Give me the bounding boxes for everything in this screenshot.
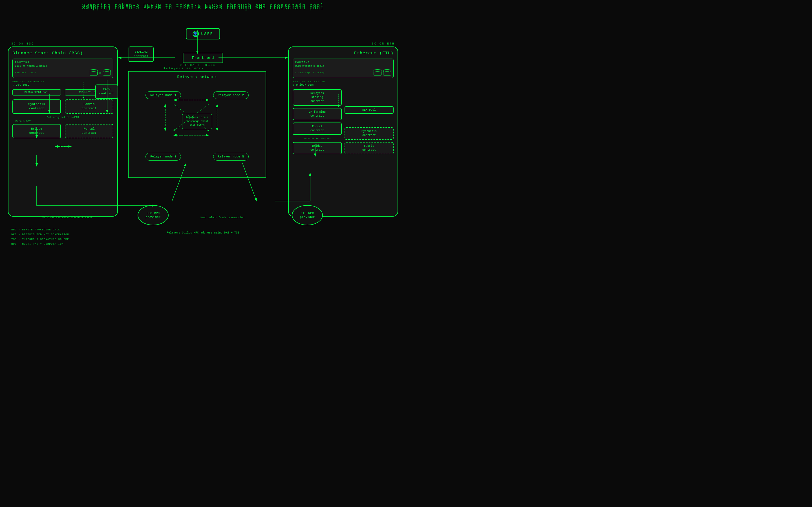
bsc-bridge-contract: Bridgecontract: [12, 124, 61, 138]
offchain-label: OFFCHAIN LOGIC: [180, 64, 215, 67]
eth-container: Ethereum (ETH) ROUTING USDT<>token-B poo…: [288, 47, 398, 217]
eth-bridge-contract: Bridgecontract: [293, 142, 342, 154]
bsc-portal-contract: Portalcontract: [65, 124, 113, 138]
send-unlock-label: Send unlock funds transaction: [200, 216, 245, 219]
consensus-box: Relayers form aconsensus aboutthis event: [182, 114, 212, 129]
eth-dex-pool: DEX Pool: [345, 106, 394, 114]
bsc-synthesis-contract: Synthesiscontract: [12, 100, 61, 114]
page-title: Swapping token-A BEP20 to token-B ERC20 …: [82, 3, 324, 8]
sc-bsc-label: SC ON BSC: [11, 42, 34, 45]
offchain-logic-label: Relayers network: [163, 67, 204, 70]
bsc-container: Binance Smart Chain (BSC) ROUTING BUSD <…: [8, 47, 118, 217]
legend: RPC - REMOTE PROCEDURE CALL DKG - DISTRI…: [11, 228, 69, 247]
mpc-note: Relayers builds MPC address using DKG + …: [167, 231, 239, 234]
frontend-box: Front-end: [183, 53, 223, 63]
bsc-title: Binance Smart Chain (BSC): [12, 51, 113, 56]
bsc-rpc-provider: BSC RPCprovider: [138, 205, 168, 225]
eth-rpc-provider: ETH RPCprovider: [292, 205, 323, 225]
bsc-fabric-contract: Fabriccontract: [65, 100, 113, 114]
eth-relayers-staking: Relayersstakingcontract: [293, 89, 342, 106]
user-box: 👤 USER: [186, 28, 220, 40]
user-icon: 👤: [193, 31, 199, 37]
eth-portal-contract: Portalcontract: [293, 122, 342, 135]
offchain-container: Relayers network Relayer node 1 Relayer …: [128, 71, 266, 178]
farm-contract: FARMcontract: [95, 84, 118, 99]
sc-eth-label: SC ON ETH: [372, 42, 395, 45]
relayer-node-2: Relayer node 2: [213, 91, 249, 99]
relayer-node-3: Relayer node 3: [146, 153, 181, 161]
eth-routing-box: ROUTING USDT<>token-B pools Sushiswap Un…: [293, 59, 394, 78]
bsc-pool1: BUSD<>sUSDT pool: [12, 89, 61, 96]
eth-lp-farming: LP farmingcontract: [293, 108, 342, 120]
bsc-routing-box: ROUTING BUSD <> token-A pools Pancake DO…: [12, 59, 113, 78]
relayer-node-1: Relayer node 1: [146, 91, 181, 99]
relayer-node-n: Relayer node N: [213, 153, 249, 161]
eth-title: Ethereum (ETH): [293, 51, 394, 56]
verifies-label: Verifies synthesis and emit event: [42, 216, 93, 219]
eth-synthesis-contract: Synthesiscontract: [345, 127, 394, 140]
eth-fabric-contract: Fabriccontract: [345, 142, 394, 154]
staking-contract: STAKINGcontract: [129, 47, 154, 62]
